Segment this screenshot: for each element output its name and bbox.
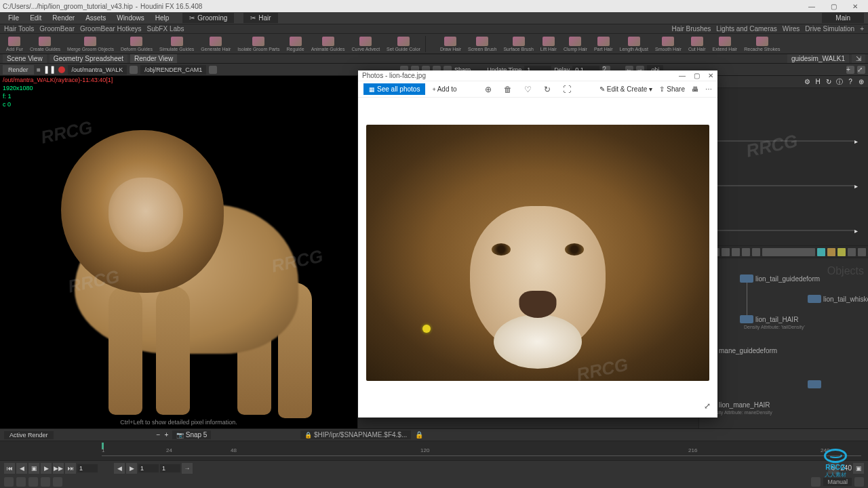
- first-frame-button[interactable]: ⏮: [4, 463, 15, 474]
- tool-isolate[interactable]: Isolate Groom Parts: [235, 36, 281, 52]
- network-editor[interactable]: Objects lion_tail_guidedeform lion_tail_…: [698, 245, 868, 428]
- menu-help[interactable]: Help: [151, 13, 174, 23]
- print-icon[interactable]: 🖶: [692, 85, 698, 93]
- pause-icon[interactable]: ❚❚: [43, 65, 56, 74]
- panel-icon-gear-icon[interactable]: ⚙: [803, 78, 811, 86]
- tool-part-hair[interactable]: Part Hair: [592, 36, 615, 52]
- expand-pane-icon[interactable]: ⤢: [857, 66, 865, 74]
- tool-generate-hair[interactable]: Generate Hair: [199, 36, 233, 52]
- net-icon-10[interactable]: [848, 248, 856, 256]
- photos-minimize-button[interactable]: —: [679, 72, 686, 79]
- tab-scene-view[interactable]: Scene View: [3, 54, 47, 63]
- shelf-tab-hair[interactable]: ✂ Hair: [243, 13, 277, 23]
- menu-assets[interactable]: Assets: [81, 13, 110, 23]
- render-camera-path[interactable]: /obj/RENDER_CAM1: [140, 65, 206, 75]
- tool-merge-groom[interactable]: Merge Groom Objects: [65, 36, 116, 52]
- active-render-dropdown[interactable]: Active Render: [4, 431, 54, 439]
- delete-icon[interactable]: 🗑: [504, 85, 512, 94]
- render-button[interactable]: Render: [3, 65, 34, 75]
- net-flag-display-icon[interactable]: [817, 248, 825, 256]
- subtab-subfx[interactable]: SubFX Labs: [147, 25, 184, 33]
- subtab-hair-tools[interactable]: Hair Tools: [4, 25, 34, 33]
- panel-icon-help-icon[interactable]: ?: [846, 78, 854, 86]
- more-icon[interactable]: ⋯: [705, 85, 712, 93]
- tool-create-guides[interactable]: Create Guides: [28, 36, 62, 52]
- desktop-dropdown[interactable]: Main: [822, 13, 864, 23]
- add-shelf-tab-icon[interactable]: +: [860, 25, 864, 33]
- camera-lock-icon[interactable]: [130, 66, 138, 74]
- menu-edit[interactable]: Edit: [26, 13, 45, 23]
- snap-lock-icon[interactable]: 🔒: [415, 431, 423, 439]
- subtab-wires[interactable]: Wires: [783, 25, 800, 33]
- shelf-tab-grooming[interactable]: ✂ Grooming: [182, 13, 234, 23]
- cook-icon[interactable]: [811, 477, 821, 487]
- share-button[interactable]: ⇪ Share: [659, 85, 685, 93]
- tool-curve-advect[interactable]: Curve Advect: [349, 36, 382, 52]
- tool-length-adjust[interactable]: Length Adjust: [618, 36, 650, 52]
- key-prev-button[interactable]: ◀: [114, 463, 125, 474]
- rotate-icon[interactable]: ↻: [544, 85, 551, 94]
- subtab-gb-hotkeys[interactable]: GroomBear Hotkeys: [80, 25, 142, 33]
- tool-recache-strokes[interactable]: Recache Strokes: [742, 36, 782, 52]
- prev-frame-button[interactable]: ◀: [16, 463, 27, 474]
- range-handle-button[interactable]: →: [182, 463, 193, 474]
- see-all-photos-button[interactable]: ▦ See all photos: [363, 83, 425, 95]
- tool-cut-hair[interactable]: Cut Hair: [686, 36, 708, 52]
- status-icon-5[interactable]: [53, 477, 62, 487]
- camera-dropdown-icon[interactable]: [209, 66, 217, 74]
- node-tail-whisker[interactable]: lion_tail_whisker_m...: [808, 295, 868, 303]
- tool-screen-brush[interactable]: Screen Brush: [466, 36, 498, 52]
- tool-add-fur[interactable]: Add Fur: [4, 36, 25, 52]
- pin-pane-icon[interactable]: +: [846, 66, 854, 74]
- snap-button[interactable]: 📷 Snap 5: [172, 430, 211, 439]
- zoom-icon[interactable]: ⊕: [485, 85, 492, 94]
- net-icon-3[interactable]: [722, 248, 730, 256]
- node-tail-guidedeform[interactable]: lion_tail_guidedeform: [740, 274, 820, 283]
- net-icon-11[interactable]: [858, 248, 866, 256]
- tool-lift-hair[interactable]: Lift Hair: [538, 36, 559, 52]
- net-flag-template-icon[interactable]: [837, 248, 846, 256]
- tool-simulate-guides[interactable]: Simulate Guides: [157, 36, 196, 52]
- subtab-groombear[interactable]: GroomBear: [39, 25, 75, 33]
- node-tail-hair[interactable]: lion_tail_HAIR: [740, 315, 798, 323]
- play-back-button[interactable]: ▣: [28, 463, 39, 474]
- record-icon[interactable]: [58, 66, 65, 73]
- status-extra-icon[interactable]: [854, 477, 864, 487]
- menu-file[interactable]: File: [4, 13, 23, 23]
- subtab-lights[interactable]: Lights and Cameras: [716, 25, 777, 33]
- tool-extend-hair[interactable]: Extend Hair: [711, 36, 740, 52]
- panel-icon-refresh-icon[interactable]: ↻: [825, 78, 833, 86]
- minimize-button[interactable]: —: [802, 1, 822, 12]
- stop-icon[interactable]: ■: [37, 66, 41, 73]
- tool-draw-hair[interactable]: Draw Hair: [438, 36, 463, 52]
- net-icon-5[interactable]: [742, 248, 750, 256]
- edit-create-dropdown[interactable]: ✎ Edit & Create ▾: [599, 85, 652, 93]
- auto-key-button[interactable]: ↻: [828, 463, 839, 474]
- tab-geo-spreadsheet[interactable]: Geometry Spreadsheet: [50, 54, 127, 63]
- net-path-label[interactable]: guidesim_WALK1: [787, 54, 849, 63]
- play-button[interactable]: ▶: [41, 463, 52, 474]
- photos-app-window[interactable]: Photos - lion-face.jpg — ▢ ✕ ▦ See all p…: [358, 70, 717, 418]
- cook-mode-dropdown[interactable]: Manual: [823, 478, 852, 486]
- net-icon-6[interactable]: [752, 248, 760, 256]
- close-button[interactable]: ✕: [845, 1, 865, 12]
- subtab-drive-sim[interactable]: Drive Simulation: [805, 25, 854, 33]
- tool-clump-hair[interactable]: Clump Hair: [561, 36, 589, 52]
- net-flag-render-icon[interactable]: [827, 248, 835, 256]
- crop-icon[interactable]: ⛶: [563, 85, 571, 94]
- timeline[interactable]: 1 24 48 120 240 216: [0, 441, 868, 460]
- zoom-out-icon[interactable]: −: [157, 431, 161, 439]
- snap-path[interactable]: 🔒 $HIP/ipr/$SNAPNAME.$F4.$...: [300, 430, 411, 439]
- cur-frame-input-2[interactable]: [160, 464, 180, 472]
- status-icon-2[interactable]: [16, 477, 26, 487]
- photos-close-button[interactable]: ✕: [708, 72, 713, 79]
- tool-smooth-hair[interactable]: Smooth Hair: [653, 36, 684, 52]
- panel-icon-close-icon[interactable]: ⊕: [857, 78, 865, 86]
- tab-render-view[interactable]: Render View: [130, 54, 177, 63]
- photos-maximize-button[interactable]: ▢: [694, 72, 700, 79]
- tool-surface-brush[interactable]: Surface Brush: [501, 36, 535, 52]
- tool-set-guide-color[interactable]: Set Guide Color: [384, 36, 422, 52]
- next-frame-button[interactable]: ▶▶: [53, 463, 64, 474]
- menu-windows[interactable]: Windows: [113, 13, 149, 23]
- status-icon-3[interactable]: [28, 477, 38, 487]
